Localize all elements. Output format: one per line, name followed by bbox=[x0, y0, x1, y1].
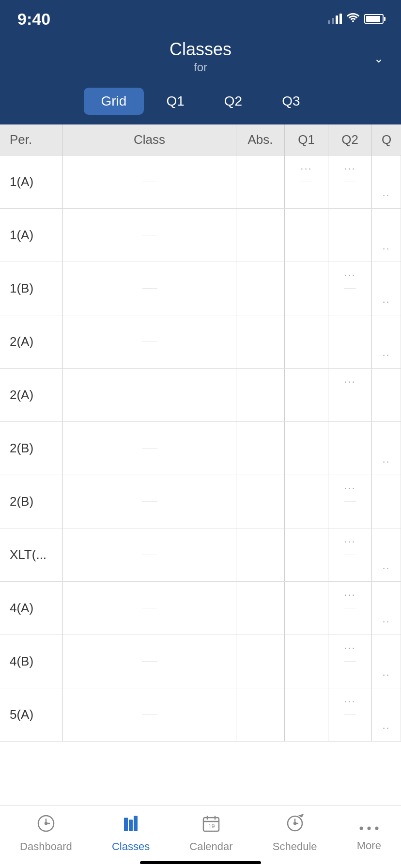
cell-class bbox=[63, 209, 236, 262]
wifi-icon bbox=[347, 13, 359, 25]
q2-top: ··· bbox=[344, 582, 355, 608]
q2-top: ··· bbox=[344, 369, 355, 395]
table-row[interactable]: 2(A) ·· bbox=[0, 315, 401, 369]
q3-bottom: ·· bbox=[382, 715, 390, 741]
schedule-icon bbox=[285, 814, 305, 837]
q3-bottom: ·· bbox=[382, 235, 390, 262]
nav-item-schedule[interactable]: Schedule bbox=[273, 814, 317, 853]
table-row[interactable]: 5(A) ··· ·· bbox=[0, 688, 401, 742]
dashboard-icon bbox=[36, 814, 56, 837]
cell-class bbox=[63, 528, 236, 581]
cell-q3: ·· bbox=[372, 582, 401, 635]
tab-grid[interactable]: Grid bbox=[84, 88, 144, 115]
tab-selector: Grid Q1 Q2 Q3 bbox=[0, 83, 401, 124]
calendar-icon: 19 bbox=[201, 814, 221, 837]
q3-bottom: ·· bbox=[382, 555, 390, 581]
table-row[interactable]: 2(B) ·· bbox=[0, 422, 401, 475]
status-bar: 9:40 bbox=[0, 0, 401, 34]
svg-point-15 bbox=[294, 822, 296, 824]
cell-period: 1(B) bbox=[0, 262, 63, 315]
svg-text:19: 19 bbox=[208, 823, 215, 830]
signal-icon bbox=[328, 14, 342, 24]
q3-bottom: ·· bbox=[382, 449, 390, 475]
table-row[interactable]: 4(A) ··· ·· bbox=[0, 582, 401, 635]
cell-q2: ··· bbox=[328, 635, 372, 688]
class-top bbox=[142, 582, 157, 608]
cell-q2 bbox=[328, 315, 372, 368]
cell-period: 1(A) bbox=[0, 155, 63, 208]
class-top bbox=[142, 262, 157, 289]
home-indicator bbox=[140, 861, 261, 864]
nav-item-more[interactable]: More bbox=[357, 815, 381, 852]
cell-q2: ··· bbox=[328, 475, 372, 528]
table-row[interactable]: 1(A) ··· ··· ·· bbox=[0, 155, 401, 209]
q2-top: ··· bbox=[344, 475, 355, 502]
classes-icon bbox=[121, 814, 140, 837]
cell-class bbox=[63, 475, 236, 528]
svg-rect-5 bbox=[129, 820, 133, 831]
class-bottom bbox=[142, 662, 157, 688]
cell-period: 2(B) bbox=[0, 475, 63, 528]
header-subtitle: for bbox=[10, 61, 391, 74]
cell-q3 bbox=[372, 369, 401, 421]
cell-abs bbox=[236, 262, 285, 315]
class-top bbox=[142, 528, 157, 555]
cell-q2 bbox=[328, 422, 372, 475]
cell-period: 4(A) bbox=[0, 582, 63, 635]
cell-q1 bbox=[285, 262, 328, 315]
q2-top: ··· bbox=[344, 262, 355, 289]
q1-top: ··· bbox=[300, 155, 312, 182]
tab-q3[interactable]: Q3 bbox=[264, 88, 317, 115]
cell-period: 2(A) bbox=[0, 369, 63, 421]
q3-bottom: ·· bbox=[382, 608, 390, 635]
cell-abs bbox=[236, 475, 285, 528]
nav-label-classes: Classes bbox=[112, 840, 150, 853]
cell-q2: ··· bbox=[328, 688, 372, 741]
main-content: Per. Class Abs. Q1 Q2 Q 1(A) ··· ··· ·· bbox=[0, 124, 401, 805]
grid-table: 1(A) ··· ··· ·· 1(A) bbox=[0, 155, 401, 742]
status-icons bbox=[328, 13, 384, 25]
svg-point-18 bbox=[375, 827, 378, 830]
tab-q1[interactable]: Q1 bbox=[149, 88, 201, 115]
q2-top: ··· bbox=[344, 688, 355, 715]
class-top bbox=[142, 155, 157, 182]
cell-class bbox=[63, 155, 236, 208]
cell-class bbox=[63, 635, 236, 688]
table-row[interactable]: 2(B) ··· bbox=[0, 475, 401, 528]
table-row[interactable]: 2(A) ··· bbox=[0, 369, 401, 422]
cell-q3: ·· bbox=[372, 262, 401, 315]
nav-item-calendar[interactable]: 19 Calendar bbox=[189, 814, 232, 853]
class-bottom bbox=[142, 182, 157, 208]
class-bottom bbox=[142, 608, 157, 635]
col-header-abs: Abs. bbox=[236, 124, 285, 155]
cell-q2: ··· bbox=[328, 262, 372, 315]
table-row[interactable]: 1(A) ·· bbox=[0, 209, 401, 262]
class-top bbox=[142, 635, 157, 662]
cell-q2: ··· bbox=[328, 582, 372, 635]
cell-abs bbox=[236, 635, 285, 688]
col-header-q3: Q bbox=[372, 124, 401, 155]
cell-class bbox=[63, 369, 236, 421]
table-row[interactable]: 1(B) ··· ·· bbox=[0, 262, 401, 315]
col-header-per: Per. bbox=[0, 124, 63, 155]
nav-item-dashboard[interactable]: Dashboard bbox=[20, 814, 72, 853]
tab-q2[interactable]: Q2 bbox=[207, 88, 260, 115]
col-header-class: Class bbox=[63, 124, 236, 155]
cell-q1 bbox=[285, 528, 328, 581]
cell-class bbox=[63, 315, 236, 368]
q3-bottom: ·· bbox=[382, 342, 390, 368]
status-time: 9:40 bbox=[17, 10, 50, 29]
col-header-q1: Q1 bbox=[285, 124, 328, 155]
cell-abs bbox=[236, 422, 285, 475]
chevron-down-icon[interactable]: ⌄ bbox=[374, 52, 384, 65]
class-bottom bbox=[142, 555, 157, 581]
nav-item-classes[interactable]: Classes bbox=[112, 814, 150, 853]
table-row[interactable]: 4(B) ··· ·· bbox=[0, 635, 401, 688]
cell-class bbox=[63, 422, 236, 475]
cell-q1 bbox=[285, 635, 328, 688]
cell-period: 1(A) bbox=[0, 209, 63, 262]
table-row[interactable]: XLT(... ··· ·· bbox=[0, 528, 401, 582]
cell-q1 bbox=[285, 369, 328, 421]
cell-class bbox=[63, 688, 236, 741]
column-headers: Per. Class Abs. Q1 Q2 Q bbox=[0, 124, 401, 155]
